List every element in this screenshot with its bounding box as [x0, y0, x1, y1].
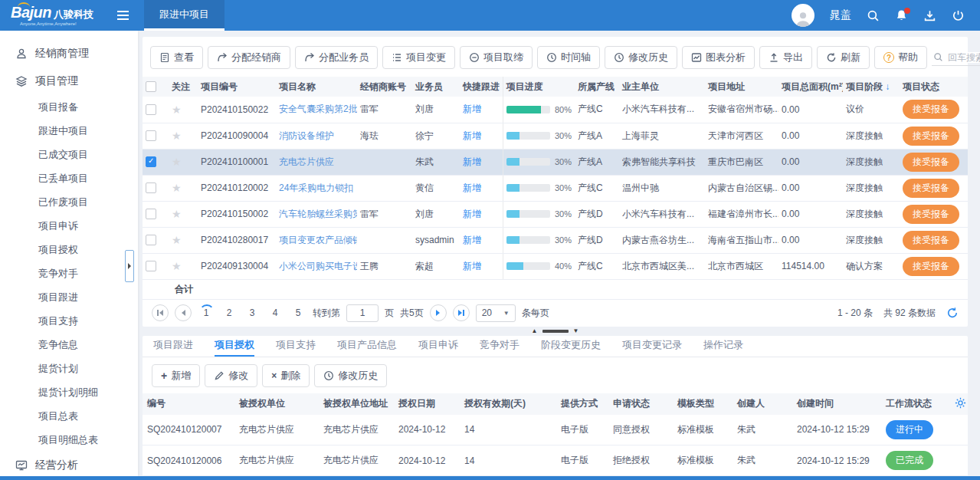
user-avatar[interactable] — [792, 4, 814, 27]
project-name-link[interactable]: 24年采购电力锁扣 — [279, 182, 353, 193]
row-checkbox[interactable] — [146, 209, 156, 219]
col-auth-created[interactable]: 创建时间 — [792, 393, 881, 415]
col-auth-code[interactable]: 编号 — [143, 393, 234, 415]
row-checkbox[interactable] — [146, 261, 156, 271]
sidebar-subitem-project-summary[interactable]: 项目总表 — [0, 404, 138, 428]
tab-product-info[interactable]: 项目产品信息 — [337, 336, 397, 357]
status-badge[interactable]: 接受报备 — [903, 179, 959, 198]
table-row[interactable]: SQ202410120006 充电芯片供应 充电芯片供应 2024-10-12 … — [143, 445, 968, 476]
col-progress[interactable]: 项目进度 — [503, 77, 575, 97]
col-code[interactable]: 项目编号 — [198, 77, 276, 97]
row-checkbox[interactable] — [146, 235, 156, 245]
quick-follow-link[interactable]: 新增 — [463, 182, 481, 193]
col-stage[interactable]: 项目阶段 ↓ — [843, 77, 900, 97]
row-checkbox[interactable] — [146, 182, 156, 193]
star-icon[interactable]: ★ — [172, 260, 182, 272]
select-all-checkbox[interactable] — [146, 81, 156, 92]
quick-follow-link[interactable]: 新增 — [463, 130, 481, 141]
table-row[interactable]: ★ P202410150022 安全气囊采购第2批 雷军 刘唐 新增 80% 产… — [143, 97, 968, 123]
status-badge[interactable]: 接受报备 — [903, 257, 959, 276]
workflow-status-badge[interactable]: 进行中 — [886, 420, 933, 439]
refresh-button[interactable]: 刷新 — [817, 46, 870, 69]
help-button[interactable]: ? 帮助 — [874, 46, 927, 69]
col-auth-date[interactable]: 授权日期 — [394, 393, 460, 415]
gear-icon[interactable] — [955, 397, 966, 409]
sidebar-subitem-project-detail-summary[interactable]: 项目明细总表 — [0, 428, 138, 452]
sidebar-subitem-project-authorization[interactable]: 项目授权 — [0, 238, 138, 261]
sidebar-subitem-competitors[interactable]: 竞争对手 — [0, 261, 138, 285]
tab-operation-records[interactable]: 操作记录 — [703, 336, 743, 357]
tab-stage-change-history[interactable]: 阶段变更历史 — [541, 336, 601, 357]
chart-analysis-button[interactable]: 图表分析 — [682, 46, 755, 69]
table-row[interactable]: ★ P202410280017 项目变更农产品倾销合... sysadmin 新… — [143, 227, 968, 253]
table-row-selected[interactable]: ★ P202410100001 充电芯片供应 朱武 新增 30% 产线A 索弗智… — [143, 149, 968, 175]
page-number[interactable]: 3 — [244, 304, 261, 321]
sidebar-subitem-project-support[interactable]: 项目支持 — [0, 309, 138, 333]
col-auth-creator[interactable]: 创建人 — [733, 393, 792, 415]
timeline-button[interactable]: 时间轴 — [537, 46, 600, 69]
sidebar-subitem-delivery-plan[interactable]: 提货计划 — [0, 357, 138, 380]
col-line[interactable]: 所属产线 — [575, 77, 619, 97]
col-auth-mode[interactable]: 提供方式 — [556, 393, 608, 415]
project-ban-button[interactable]: 项目取缔 — [460, 46, 533, 69]
view-button[interactable]: 查看 — [150, 46, 203, 69]
quick-follow-link[interactable]: 新增 — [463, 104, 481, 114]
prev-page-button[interactable] — [175, 304, 192, 321]
table-row[interactable]: ★ P202410150002 汽车轮胎螺丝采购第二批 雷军 刘唐 新增 30%… — [143, 201, 968, 227]
search-input[interactable] — [948, 52, 980, 63]
col-dealer[interactable]: 经销商账号 — [357, 77, 412, 97]
tab-project-follow[interactable]: 项目跟进 — [153, 336, 193, 357]
splitter-drag-bar[interactable] — [542, 330, 569, 333]
status-badge[interactable]: 接受报备 — [903, 127, 959, 146]
sort-desc-icon[interactable]: ↓ — [885, 81, 890, 92]
sidebar-subitem-competition-info[interactable]: 竞争信息 — [0, 333, 138, 357]
assign-dealer-button[interactable]: 分配经销商 — [208, 46, 290, 69]
page-number[interactable]: 2 — [221, 304, 238, 321]
panel-splitter-handle[interactable]: ▲ ▼ — [143, 327, 968, 336]
star-icon[interactable]: ★ — [172, 182, 182, 194]
quick-follow-link[interactable]: 新增 — [463, 156, 481, 167]
star-icon[interactable]: ★ — [172, 104, 182, 116]
workflow-status-badge[interactable]: 已完成 — [886, 451, 933, 470]
status-badge[interactable]: 接受报备 — [903, 100, 959, 119]
user-name[interactable]: 晁盖 — [830, 8, 851, 22]
assign-salesman-button[interactable]: 分配业务员 — [295, 46, 378, 69]
col-address[interactable]: 项目地址 — [705, 77, 778, 97]
sidebar-subitem-following-projects[interactable]: 跟进中项目 — [0, 119, 138, 143]
sidebar-item-project-management[interactable]: 项目管理 — [0, 67, 138, 95]
col-auth-flow[interactable]: 工作流状态 — [881, 393, 950, 415]
col-area[interactable]: 项目总面积(m²) — [778, 77, 843, 97]
tab-competitors[interactable]: 竞争对手 — [480, 336, 519, 357]
tab-project-support[interactable]: 项目支持 — [276, 336, 316, 357]
delete-button[interactable]: × 删除 — [262, 364, 310, 387]
star-icon[interactable]: ★ — [172, 156, 182, 168]
project-name-link[interactable]: 消防设备维护 — [279, 130, 334, 141]
search-icon[interactable] — [867, 9, 880, 22]
project-name-link[interactable]: 项目变更农产品倾销合... — [279, 235, 357, 245]
download-icon[interactable] — [923, 9, 936, 22]
edit-button[interactable]: 修改 — [205, 364, 257, 387]
row-checkbox[interactable] — [146, 130, 156, 141]
col-auth-apply[interactable]: 申请状态 — [608, 393, 673, 415]
first-page-button[interactable] — [152, 304, 169, 321]
table-row[interactable]: ★ P202410090004 消防设备维护 海珐 徐宁 新增 30% 产线A … — [143, 123, 968, 149]
sidebar-subitem-project-appeal[interactable]: 项目申诉 — [0, 214, 138, 238]
sidebar-subitem-voided-projects[interactable]: 已作废项目 — [0, 190, 138, 214]
row-checkbox[interactable] — [146, 104, 156, 115]
row-checkbox-checked[interactable] — [146, 156, 156, 167]
status-badge[interactable]: 接受报备 — [903, 153, 959, 172]
hamburger-menu-icon[interactable] — [107, 0, 138, 31]
logout-power-icon[interactable] — [952, 9, 965, 22]
col-auth-template[interactable]: 模板类型 — [673, 393, 733, 415]
table-row[interactable]: ★ P202410120002 24年采购电力锁扣 黄信 新增 30% 产线C … — [143, 175, 968, 201]
refresh-icon[interactable] — [946, 307, 959, 319]
project-change-button[interactable]: 项目变更 — [382, 46, 455, 69]
page-number[interactable]: 5 — [290, 304, 306, 321]
col-auth-unit-addr[interactable]: 被授权单位地址 — [319, 393, 394, 415]
last-page-button[interactable] — [453, 304, 470, 321]
project-name-link[interactable]: 汽车轮胎螺丝采购第二批 — [279, 209, 357, 219]
sidebar-subitem-project-report[interactable]: 项目报备 — [0, 95, 138, 119]
sidebar-collapse-handle[interactable] — [125, 250, 134, 282]
col-quick[interactable]: 快捷跟进 — [460, 77, 503, 97]
col-name[interactable]: 项目名称 — [276, 77, 357, 97]
